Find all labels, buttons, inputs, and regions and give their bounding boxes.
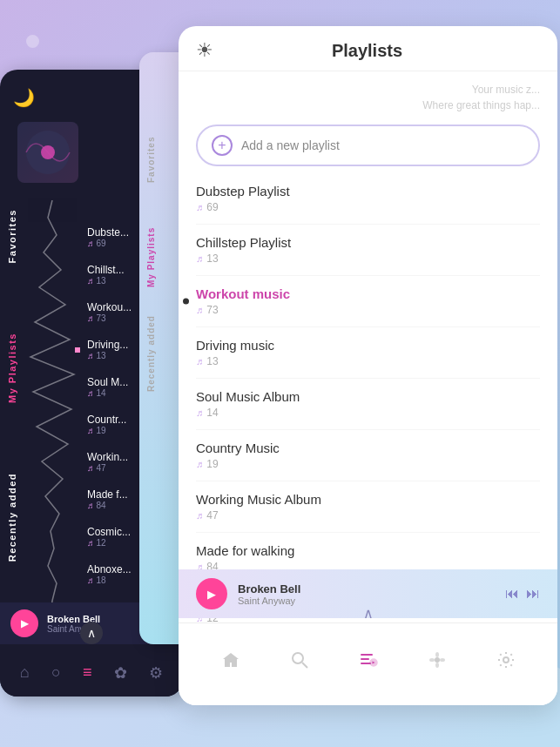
svg-rect-4 [361, 654, 373, 656]
svg-rect-6 [361, 663, 371, 664]
dark-chevron-up[interactable]: ∧ [80, 622, 103, 644]
wave-icon: ♬ [196, 407, 203, 418]
svg-point-2 [293, 653, 303, 663]
dark-nav-gear[interactable]: ⚙ [149, 663, 163, 683]
dark-nav-search[interactable]: ○ [51, 663, 61, 682]
svg-line-3 [302, 663, 307, 668]
list-item[interactable]: Driving music ♬ 13 [196, 327, 540, 379]
dark-play-button[interactable]: ▶ [10, 609, 38, 637]
mid-myplaylists-label: My Playlists [146, 183, 156, 287]
skip-forward-button[interactable]: ⏭ [526, 586, 540, 602]
main-header: ☀ Playlists [179, 26, 557, 71]
main-playback-controls: ⏮ ⏭ [505, 586, 540, 602]
wave-icon: ♬ [196, 305, 203, 315]
dark-nav-playlists[interactable]: ≡ [83, 663, 92, 682]
main-play-button[interactable]: ▶ [196, 578, 227, 609]
album-art [17, 122, 78, 183]
svg-point-10 [435, 652, 439, 657]
svg-point-9 [435, 657, 440, 663]
wave-icon: ♬ [196, 459, 203, 469]
list-item-active[interactable]: Workout music ♬ 73 [196, 276, 540, 327]
main-track-info: Broken Bell Saint Anyway [238, 582, 300, 606]
sun-icon: ☀ [196, 39, 213, 62]
main-nav-home[interactable] [221, 650, 240, 670]
main-panel: ☀ Playlists Your music z... Where great … [179, 26, 557, 705]
mid-recentlyadded-label: Recently added [146, 287, 156, 392]
svg-point-11 [435, 663, 439, 668]
dark-waveform [26, 200, 78, 636]
mid-sidebar-labels: Favorites My Playlists Recently added [146, 96, 156, 392]
mid-favorites-label: Favorites [146, 96, 156, 183]
add-icon: + [212, 135, 233, 156]
list-item[interactable]: Working Music Album ♬ 47 [196, 481, 540, 533]
wave-icon: ♬ [196, 356, 203, 367]
dark-myplaylists-label: My Playlists [7, 333, 17, 403]
dark-sidebar-labels: Favorites My Playlists Recently added [7, 209, 17, 562]
add-playlist-button[interactable]: + Add a new playlist [196, 124, 540, 166]
svg-point-14 [503, 657, 509, 663]
list-item[interactable]: Dubstep Playlist ♬ 69 [196, 173, 540, 225]
dark-nav-home[interactable]: ⌂ [20, 663, 30, 682]
main-title: Playlists [213, 41, 521, 61]
list-item[interactable]: Chillstep Playlist ♬ 13 [196, 225, 540, 276]
main-nav-gear[interactable] [496, 650, 516, 670]
svg-point-12 [429, 658, 435, 662]
wave-icon: ♬ [196, 510, 203, 521]
wave-icon: ♬ [196, 202, 203, 212]
main-chevron-up[interactable]: ∧ [347, 604, 390, 622]
moon-icon: 🌙 [13, 87, 35, 108]
main-nav-search[interactable] [290, 650, 309, 670]
add-playlist-label: Add a new playlist [241, 138, 340, 152]
dark-favorites-label: Favorites [7, 209, 17, 263]
list-item[interactable]: Country Music ♬ 19 [196, 430, 540, 481]
svg-point-13 [440, 658, 445, 662]
main-nav-flower[interactable] [428, 650, 447, 670]
dark-bottom-nav: ⌂ ○ ≡ ✿ ⚙ [0, 649, 183, 697]
dark-nav-flower[interactable]: ✿ [114, 663, 127, 683]
skip-back-button[interactable]: ⏮ [505, 586, 519, 602]
main-bottom-nav [179, 622, 557, 705]
main-nav-playlists[interactable] [359, 650, 378, 670]
dark-recentlyadded-label: Recently added [7, 473, 17, 562]
active-indicator-dot [183, 299, 189, 305]
list-item[interactable]: Soul Music Album ♬ 14 [196, 379, 540, 430]
tagline: Your music z... Where great things hap..… [179, 71, 557, 118]
wave-icon: ♬ [196, 253, 203, 264]
svg-rect-5 [361, 658, 369, 660]
